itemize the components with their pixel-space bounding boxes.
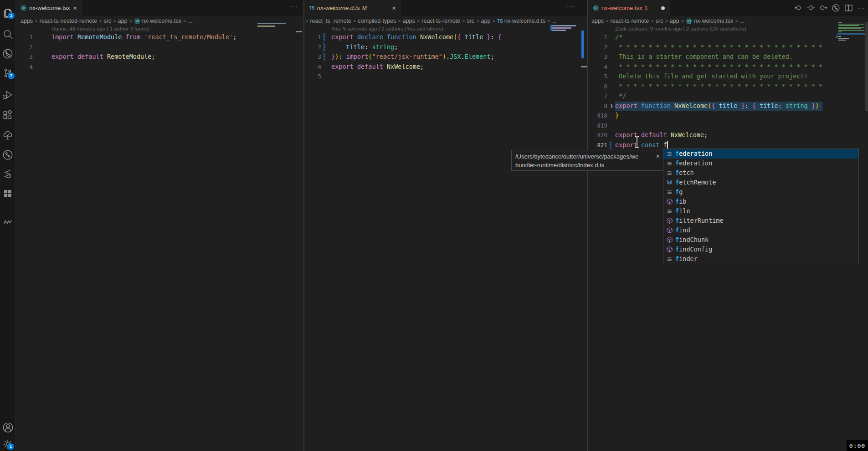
breadcrumb-label: nx-welcome.tsx [694, 18, 733, 24]
suggest-item-findChunk[interactable]: findChunk [663, 235, 858, 245]
line-number: 3 [15, 52, 33, 62]
activity-item-source-control-graph[interactable] [0, 46, 15, 62]
code-line-3[interactable]: 3}): import("react/jsx-runtime").JSX.Ele… [304, 52, 587, 62]
ts-icon: TS [309, 5, 315, 10]
breadcrumb-item[interactable]: react_ts_remote [310, 18, 351, 24]
suggest-item-fib[interactable]: fib [663, 197, 858, 206]
code-line-5[interactable]: 5 Delete this file and get started with … [588, 72, 868, 82]
symbol-method-icon [665, 217, 673, 224]
suggest-item-find[interactable]: find [663, 226, 858, 235]
suggest-item-filterRuntime[interactable]: filterRuntime [663, 216, 858, 226]
prev-change-icon[interactable] [807, 4, 815, 12]
breadcrumb-item[interactable]: nx-welcome.tsx [686, 18, 733, 25]
code-line-818[interactable]: 818} [588, 111, 868, 121]
breadcrumb-item[interactable]: react-ts-nested-remote [40, 18, 97, 24]
activity-item-run-debug[interactable] [0, 87, 15, 102]
code-line-4[interactable]: 4 [15, 62, 303, 72]
suggest-item-federation[interactable]: federation [663, 159, 858, 168]
gutter-modified-indicator [324, 52, 325, 62]
line-number: 819 [588, 121, 607, 131]
activity-item-extension-ribbon[interactable] [0, 167, 15, 182]
code-line-2[interactable]: 2 * * * * * * * * * * * * * * * * * * * … [588, 42, 868, 52]
editor-group-2[interactable]: TSnx-welcome.d.tsM×···>react_ts_remote>c… [304, 0, 587, 451]
suggest-label: filterRuntime [675, 216, 724, 226]
suggest-item-fetchRemote[interactable]: [@]fetchRemote [663, 178, 858, 187]
activity-item-explorer[interactable]: 1 [0, 5, 15, 20]
breadcrumb-item[interactable]: src [467, 18, 474, 24]
docs-path-line-1: /Users/bytedance/outter/universe/package… [515, 152, 652, 161]
breadcrumb-item[interactable]: src [656, 18, 663, 24]
breadcrumb-item[interactable]: TSnx-welcome.d.ts [497, 18, 545, 24]
editor-group-1[interactable]: nx-welcome.tsx×···apps>react-ts-nested-r… [15, 0, 303, 451]
editor-group-sash-2[interactable] [587, 0, 588, 451]
split-editor-icon[interactable] [844, 4, 853, 12]
breadcrumb-item[interactable]: ... [188, 18, 192, 24]
code-line-7[interactable]: 7 */ [588, 91, 868, 101]
tab-bar: nx-welcome.tsx1··· [588, 0, 868, 16]
close-icon[interactable]: × [392, 5, 396, 11]
tab-nx-welcome.d.ts[interactable]: TSnx-welcome.d.tsM× [304, 0, 401, 16]
close-icon[interactable]: × [656, 152, 660, 161]
chevron-right-icon: > [353, 18, 356, 24]
tab-overflow-menu[interactable]: ··· [566, 2, 574, 10]
more-actions-icon[interactable]: ··· [857, 4, 865, 12]
breadcrumb-item[interactable]: apps [21, 18, 33, 24]
activity-item-testing[interactable] [0, 128, 15, 143]
activity-item-search[interactable] [0, 26, 15, 42]
breadcrumb-item[interactable]: react-ts-remote [611, 18, 649, 24]
suggest-item-federation[interactable]: federation [663, 149, 858, 159]
suggest-item-finder[interactable]: finder [663, 254, 858, 264]
suggest-item-findConfig[interactable]: findConfig [663, 245, 858, 254]
code-line-2[interactable]: 2 [15, 42, 303, 52]
activity-item-commit-graph[interactable] [0, 147, 15, 163]
code-line-1[interactable]: 1export declare function NxWelcome({ tit… [304, 32, 587, 42]
next-change-icon[interactable] [819, 4, 827, 12]
close-icon[interactable]: × [73, 5, 77, 11]
breadcrumb-item[interactable]: apps [591, 18, 604, 24]
code-line-5[interactable]: 5 [304, 72, 587, 82]
breadcrumb-item[interactable]: compiled-types [358, 18, 396, 24]
suggest-label: fetchRemote [675, 178, 716, 187]
activity-item-source-control[interactable]: 7 [0, 65, 15, 81]
breadcrumb-item[interactable]: app [481, 18, 491, 24]
activity-item-settings[interactable]: 1 [0, 436, 15, 451]
code-line-8[interactable]: 8❯export function NxWelcome({ title }: {… [588, 101, 868, 111]
tab-nx-welcome.tsx[interactable]: nx-welcome.tsx× [15, 0, 82, 16]
breadcrumb-item[interactable]: react-ts-remote [421, 18, 460, 24]
dirty-indicator[interactable] [661, 6, 665, 10]
code-line-6[interactable]: 6 * * * * * * * * * * * * * * * * * * * … [588, 82, 868, 92]
code-line-4[interactable]: 4export default NxWelcome; [304, 62, 587, 72]
git-blame-annotation: Zack Jackson, 9 months ago | 2 authors (… [615, 26, 746, 31]
code-line-819[interactable]: 819 [588, 121, 868, 131]
breadcrumb-item[interactable]: src [103, 18, 111, 24]
breadcrumb-item[interactable]: apps [403, 18, 415, 24]
breadcrumb-item[interactable]: app [118, 18, 128, 24]
activity-item-extension-grid[interactable] [0, 186, 15, 201]
code-text: export const f [615, 140, 668, 150]
chevron-right-icon: > [183, 18, 186, 24]
breadcrumb-item[interactable]: app [670, 18, 679, 24]
code-line-3[interactable]: 3export default RemoteModule; [15, 52, 303, 62]
breadcrumb-item[interactable]: ... [740, 18, 745, 24]
activity-item-extensions[interactable] [0, 108, 15, 123]
suggest-docs-popup: /Users/bytedance/outter/universe/package… [511, 150, 663, 171]
code-line-3[interactable]: 3 This is a starter component and can be… [588, 52, 868, 62]
suggest-item-fetch[interactable]: fetch [663, 168, 858, 178]
code-line-4[interactable]: 4 * * * * * * * * * * * * * * * * * * * … [588, 62, 868, 72]
tab-nx-welcome.tsx[interactable]: nx-welcome.tsx1 [588, 0, 670, 16]
code-line-2[interactable]: 2 title: string; [304, 42, 587, 52]
tab-overflow-menu[interactable]: ··· [290, 2, 298, 10]
editor-back-icon[interactable] [795, 4, 803, 12]
breadcrumb-item[interactable]: ... [552, 18, 556, 24]
code-line-1[interactable]: 1/* [588, 32, 868, 42]
fold-chevron-icon[interactable]: ❯ [610, 101, 613, 111]
code-line-1[interactable]: 1import RemoteModule from 'react_ts_remo… [15, 32, 303, 42]
suggest-item-fg[interactable]: fg [663, 187, 858, 197]
breadcrumb-item[interactable]: nx-welcome.tsx [134, 18, 181, 25]
code-line-820[interactable]: 820export default NxWelcome; [588, 130, 868, 140]
activity-item-accounts[interactable] [0, 420, 15, 435]
suggest-item-file[interactable]: file [663, 206, 858, 216]
activity-item-extension-squiggle[interactable] [0, 214, 15, 230]
editor-group-sash-1[interactable] [303, 0, 304, 451]
git-graph-icon[interactable] [832, 4, 840, 12]
